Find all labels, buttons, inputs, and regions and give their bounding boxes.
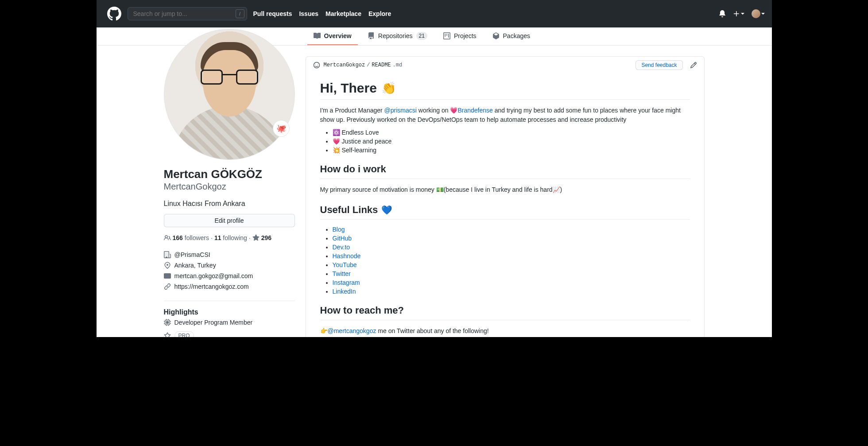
primary-nav: Pull requests Issues Marketplace Explore — [253, 10, 391, 17]
readme-box: MertcanGokgoz/README.md Send feedback Hi… — [306, 56, 705, 337]
heart-icon: 💗 — [333, 138, 340, 145]
pro-badge: PRO — [174, 331, 194, 337]
list-item: ⚛️ Endless Love — [333, 129, 690, 136]
useful-link[interactable]: Blog — [333, 226, 345, 233]
vcard-website-text[interactable]: https://mertcangokgoz.com — [174, 283, 249, 290]
tab-projects[interactable]: Projects — [437, 27, 483, 45]
people-icon — [164, 234, 171, 241]
tab-label: Projects — [454, 32, 477, 39]
send-feedback-button[interactable]: Send feedback — [636, 60, 682, 70]
edit-readme-icon[interactable] — [690, 62, 697, 69]
blue-heart-icon: 💙 — [381, 205, 392, 215]
boom-icon: 💥 — [333, 147, 340, 154]
chart-icon: 📈 — [553, 186, 560, 193]
repo-icon — [368, 32, 375, 39]
list-item: YouTube — [333, 261, 690, 268]
following-link[interactable]: 11 following — [214, 234, 247, 241]
profile-main: MertcanGokgoz/README.md Send feedback Hi… — [306, 46, 705, 337]
followers-line: 166 followers · 11 following · 296 — [164, 234, 295, 241]
cpu-icon — [164, 319, 171, 326]
highlight-text: Developer Program Member — [174, 319, 253, 326]
heart-icon: 💗 — [450, 107, 457, 114]
useful-link[interactable]: Hashnode — [333, 252, 361, 260]
tab-label: Overview — [324, 32, 352, 39]
readme-h2-work: How do i work — [320, 163, 690, 179]
vcard-website: https://mertcangokgoz.com — [164, 281, 295, 292]
notifications-icon[interactable] — [719, 10, 726, 17]
tab-packages[interactable]: Packages — [486, 27, 536, 45]
vcard-location: Ankara, Turkey — [164, 260, 295, 271]
readme-h2-reach: How to reach me? — [320, 305, 690, 320]
list-item: Twitter — [333, 270, 690, 277]
useful-links-list: Blog GitHub Dev.to Hashnode YouTube Twit… — [320, 226, 690, 295]
readme-work-p: My primary source of motivation is money… — [320, 185, 690, 194]
nav-pull-requests[interactable]: Pull requests — [253, 10, 292, 17]
list-item: 💗 Justice and peace — [333, 138, 690, 145]
vcard-org: @PrismaCSI — [164, 249, 295, 260]
stars-link[interactable]: 296 — [261, 234, 271, 241]
nav-issues[interactable]: Issues — [299, 10, 318, 17]
prismacsi-link[interactable]: @prismacsi — [384, 107, 417, 114]
profile-avatar[interactable] — [164, 29, 295, 160]
edit-profile-button[interactable]: Edit profile — [164, 214, 295, 227]
mail-icon — [164, 272, 171, 279]
project-icon — [443, 32, 450, 39]
readme-body: Hi, There 👏 I'm a Product Manager @prism… — [306, 74, 704, 337]
repo-count-badge: 21 — [416, 32, 427, 40]
useful-link[interactable]: Instagram — [333, 279, 360, 286]
vcard-location-text: Ankara, Turkey — [174, 262, 216, 269]
atom-icon: ⚛️ — [333, 129, 340, 136]
useful-link[interactable]: LinkedIn — [333, 288, 356, 295]
brandefense-link[interactable]: Brandefense — [457, 107, 492, 114]
list-item: Dev.to — [333, 244, 690, 251]
search-input[interactable] — [128, 7, 247, 20]
money-icon: 💵 — [436, 186, 444, 193]
user-avatar-icon — [752, 9, 760, 18]
useful-link[interactable]: GitHub — [333, 235, 352, 242]
clap-icon: 👏 — [381, 81, 396, 95]
star-outline-icon — [164, 332, 171, 337]
vcard-email-text[interactable]: mertcan.gokgoz@gmail.com — [174, 272, 253, 279]
profile-sidebar: 🐙 Mertcan GÖKGÖZ MertcanGokgoz Linux Hac… — [164, 46, 295, 337]
package-icon — [492, 32, 500, 39]
readme-header: MertcanGokgoz/README.md Send feedback — [306, 57, 704, 74]
list-item: LinkedIn — [333, 288, 690, 295]
tab-label: Repositories — [378, 32, 413, 39]
link-icon — [164, 283, 171, 290]
profile-bio: Linux Hacısı From Ankara — [164, 200, 295, 208]
useful-link[interactable]: Twitter — [333, 270, 351, 277]
useful-link[interactable]: YouTube — [333, 261, 357, 268]
profile-fullname: Mertcan GÖKGÖZ — [164, 167, 295, 182]
readme-h1: Hi, There 👏 — [320, 81, 690, 100]
user-menu[interactable] — [752, 9, 765, 18]
highlight-developer-program: Developer Program Member — [164, 316, 295, 329]
profile-username: MertcanGokgoz — [164, 182, 295, 192]
readme-path[interactable]: MertcanGokgoz/README.md — [324, 62, 403, 68]
svg-point-1 — [315, 64, 316, 65]
point-right-icon: 👉 — [320, 327, 328, 334]
github-logo-icon[interactable] — [107, 7, 121, 21]
svg-point-0 — [314, 62, 319, 68]
list-item: 💥 Self-learning — [333, 147, 690, 154]
tab-repositories[interactable]: Repositories 21 — [361, 27, 434, 45]
book-icon — [314, 32, 321, 39]
nav-explore[interactable]: Explore — [368, 10, 391, 17]
status-badge[interactable]: 🐙 — [273, 120, 290, 137]
vcard-org-text[interactable]: @PrismaCSI — [174, 251, 210, 258]
tab-overview[interactable]: Overview — [307, 27, 358, 45]
nav-marketplace[interactable]: Marketplace — [326, 10, 361, 17]
readme-reach-p: 👉@mertcangokgoz me on Twitter about any … — [320, 326, 690, 336]
global-header: / Pull requests Issues Marketplace Explo… — [97, 0, 772, 27]
organization-icon — [164, 251, 171, 258]
vcard-email: mertcan.gokgoz@gmail.com — [164, 271, 295, 281]
create-new-dropdown[interactable] — [733, 10, 744, 17]
followers-link[interactable]: 166 followers — [173, 234, 209, 241]
highlight-pro: PRO — [164, 329, 295, 337]
list-item: Instagram — [333, 279, 690, 286]
readme-h2-links: Useful Links 💙 — [320, 204, 690, 220]
highlights-heading: Highlights — [164, 301, 295, 316]
useful-link[interactable]: Dev.to — [333, 244, 350, 251]
list-item: Blog — [333, 226, 690, 233]
smiley-icon — [313, 62, 320, 69]
twitter-handle-link[interactable]: @mertcangokgoz — [328, 327, 376, 334]
